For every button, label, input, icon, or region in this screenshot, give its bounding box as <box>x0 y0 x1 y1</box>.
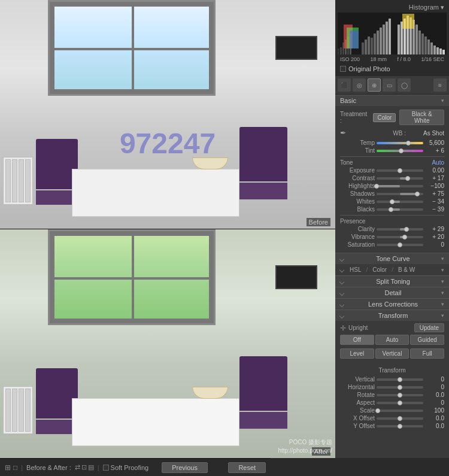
scale-slider-row: Scale 100 <box>340 407 444 414</box>
skylight <box>48 0 216 96</box>
bw-btn[interactable]: Black & White <box>399 110 444 125</box>
crop-tool[interactable]: ⬛ <box>338 78 351 92</box>
move-icon: ✛ <box>340 324 346 332</box>
detail-header[interactable]: Detail ▾ <box>335 287 449 298</box>
hsl-link[interactable]: HSL <box>350 266 361 273</box>
iso-value: ISO 200 <box>340 56 360 62</box>
soft-proof-label: Soft Proofing <box>111 464 149 471</box>
histogram-title: Histogram ▾ <box>338 2 447 13</box>
graduated-filter-tool[interactable]: ▭ <box>383 78 396 92</box>
xoffset-value: 0.0 <box>425 415 444 422</box>
scale-slider[interactable] <box>377 410 423 412</box>
vertical-slider[interactable] <box>377 378 423 381</box>
whites-slider[interactable] <box>377 201 423 203</box>
color-btn[interactable]: Color <box>373 113 396 122</box>
transform-header[interactable]: Transform ▾ <box>335 310 449 321</box>
level-btn[interactable]: Level <box>340 348 374 359</box>
contrast-slider[interactable] <box>377 177 423 180</box>
tone-group-label: Tone Auto <box>340 159 444 166</box>
bw-link[interactable]: B & W <box>398 266 415 273</box>
xoffset-label: X Offset <box>340 415 375 422</box>
right-panel: Histogram ▾ <box>335 0 449 458</box>
rotate-slider[interactable] <box>377 394 423 396</box>
basic-section-header[interactable]: Basic ▾ <box>335 95 449 106</box>
color-link[interactable]: Color <box>372 266 387 273</box>
bottom-right-nav: Previous Reset <box>157 458 271 476</box>
before-after-label: Before & After : <box>26 464 71 471</box>
wall-picture <box>275 36 317 60</box>
exposure-slider[interactable] <box>377 169 423 172</box>
tint-label: Tint <box>340 147 375 154</box>
clarity-slider-row: Clarity + 29 <box>340 226 444 232</box>
xoffset-slider[interactable] <box>377 417 423 420</box>
highlights-slider[interactable] <box>377 185 423 187</box>
eyedropper-icon[interactable]: ✒ <box>340 129 346 137</box>
exposure-label: Exposure <box>340 167 375 174</box>
lens-corrections-header[interactable]: Lens Corrections ▾ <box>335 298 449 310</box>
wb-label: WB : <box>348 130 406 137</box>
reset-btn[interactable]: Reset <box>228 462 266 473</box>
guided-btn[interactable]: Guided <box>410 335 444 345</box>
tone-curve-header[interactable]: Tone Curve ▾ <box>335 253 449 264</box>
vertical-btn[interactable]: Vertical <box>375 348 409 359</box>
vibrance-slider-row: Vibrance + 20 <box>340 234 444 240</box>
settings-icon[interactable]: ≡ <box>433 78 447 92</box>
poco-watermark: POCO 摄影专题 http://photo.poco.cn/ <box>278 438 332 455</box>
saturation-slider[interactable] <box>377 244 423 246</box>
svg-rect-30 <box>430 43 433 54</box>
tone-curve-label: Tone Curve <box>376 255 409 262</box>
update-btn[interactable]: Update <box>414 323 444 332</box>
ba-copy-icon[interactable]: ⊡ <box>81 463 87 471</box>
radial-filter-tool[interactable]: ◯ <box>398 78 411 92</box>
aspect-slider[interactable] <box>377 402 423 404</box>
whites-slider-row: Whites − 34 <box>340 198 444 205</box>
split-toning-header[interactable]: Split Toning ▾ <box>335 275 449 287</box>
full-btn[interactable]: Full <box>410 348 444 359</box>
split-toning-expand <box>340 278 345 285</box>
table <box>72 169 239 217</box>
saturation-value: 0 <box>425 241 444 248</box>
temp-slider-row: Temp 5,600 <box>340 140 444 146</box>
previous-btn[interactable]: Previous <box>162 462 208 473</box>
transform-title: Transform <box>340 367 444 374</box>
red-eye-tool[interactable]: ⊕ <box>368 78 381 92</box>
radiator-after <box>3 386 33 434</box>
clarity-slider[interactable] <box>377 228 423 231</box>
loupe-icon[interactable]: □ <box>13 463 17 472</box>
horizontal-slider-row: Horizontal 0 <box>340 384 444 390</box>
ba-swap-icon[interactable]: ⇄ <box>75 463 80 471</box>
svg-rect-9 <box>362 43 364 54</box>
shadows-slider[interactable] <box>377 193 423 195</box>
grid-icon[interactable]: ⊞ <box>5 463 11 472</box>
lens-expand <box>340 301 345 308</box>
detail-expand <box>340 289 345 296</box>
histogram-section: Histogram ▾ <box>335 0 449 76</box>
tint-slider[interactable] <box>377 150 423 152</box>
detail-arrow: ▾ <box>441 290 444 296</box>
svg-rect-11 <box>368 37 370 54</box>
blacks-slider[interactable] <box>377 208 423 211</box>
scale-value: 100 <box>425 407 444 414</box>
tone-curve-expand <box>340 255 345 262</box>
toolbar-separator-2: | <box>98 464 99 471</box>
svg-rect-35 <box>402 14 414 29</box>
svg-rect-13 <box>374 34 376 54</box>
auto-btn[interactable]: Auto <box>375 335 409 345</box>
original-photo-checkbox[interactable] <box>340 66 346 72</box>
svg-rect-28 <box>424 37 427 54</box>
yoffset-slider[interactable] <box>377 425 423 428</box>
horizontal-slider[interactable] <box>377 386 423 389</box>
shadows-label: Shadows <box>340 190 375 197</box>
svg-rect-31 <box>433 46 436 54</box>
temp-slider[interactable] <box>377 142 423 144</box>
focal-value: 18 mm <box>371 56 387 62</box>
toolbar-separator: | <box>21 464 23 471</box>
vibrance-slider[interactable] <box>377 236 423 238</box>
wb-row: ✒ WB : As Shot <box>340 129 444 137</box>
ba-layout-icon[interactable]: ▤ <box>88 463 94 471</box>
off-btn[interactable]: Off <box>340 335 374 345</box>
yoffset-slider-row: Y Offset 0.0 <box>340 423 444 429</box>
svg-rect-34 <box>442 50 445 54</box>
soft-proof-checkbox[interactable] <box>103 465 109 471</box>
spot-heal-tool[interactable]: ◎ <box>353 78 366 92</box>
